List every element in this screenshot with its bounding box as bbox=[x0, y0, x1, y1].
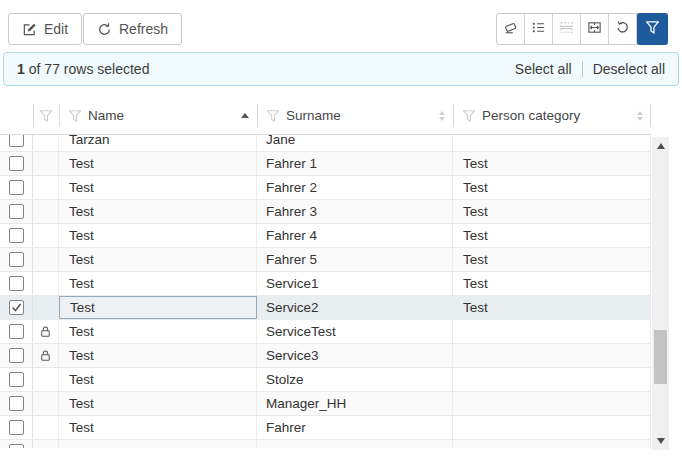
table-row[interactable]: Test ServiceTest bbox=[0, 320, 651, 344]
scroll-up-arrow-icon[interactable] bbox=[657, 143, 665, 149]
row-checkbox[interactable] bbox=[9, 276, 24, 291]
row-checkbox[interactable] bbox=[9, 204, 24, 219]
fit-rows-button[interactable] bbox=[553, 14, 581, 44]
row-checkbox[interactable] bbox=[9, 300, 24, 315]
people-table-page: Edit Refresh bbox=[0, 0, 682, 457]
table-row[interactable]: Test Manager_HH bbox=[0, 392, 651, 416]
header-row-filter-column[interactable] bbox=[33, 97, 59, 134]
row-checkbox[interactable] bbox=[9, 372, 24, 387]
cell-surname[interactable]: Service3 bbox=[257, 344, 453, 367]
cell-person-category[interactable]: Test bbox=[453, 176, 651, 199]
table-row[interactable]: Test Service1 Test bbox=[0, 272, 651, 296]
list-button[interactable] bbox=[525, 14, 553, 44]
row-checkbox[interactable] bbox=[9, 444, 24, 448]
cell-name[interactable]: Tarzan bbox=[59, 135, 257, 151]
cell-surname[interactable]: Fahrer 2 bbox=[257, 176, 453, 199]
cell-person-category[interactable]: Test bbox=[453, 152, 651, 175]
filter-button[interactable] bbox=[637, 13, 668, 45]
cell-name[interactable]: Test bbox=[59, 416, 257, 439]
cell-person-category[interactable]: Test bbox=[453, 296, 651, 319]
sort-toggle-icon[interactable] bbox=[637, 111, 643, 121]
cell-surname[interactable]: Fahrer 4 bbox=[257, 224, 453, 247]
cell-surname[interactable] bbox=[257, 440, 453, 448]
table-row[interactable] bbox=[0, 440, 651, 448]
table-row[interactable]: Test Fahrer 3 Test bbox=[0, 200, 651, 224]
cell-name[interactable]: Test bbox=[59, 320, 257, 343]
table-row[interactable]: Test Service3 bbox=[0, 344, 651, 368]
cell-surname[interactable]: Stolze bbox=[257, 368, 453, 391]
row-checkbox[interactable] bbox=[9, 156, 24, 171]
cell-name[interactable]: Test bbox=[59, 272, 257, 295]
refresh-button-label: Refresh bbox=[119, 21, 168, 37]
name-filter-icon[interactable] bbox=[68, 109, 82, 123]
deselect-all-button[interactable]: Deselect all bbox=[593, 61, 665, 77]
table-row[interactable]: Test Fahrer 2 Test bbox=[0, 176, 651, 200]
cell-surname[interactable]: ServiceTest bbox=[257, 320, 453, 343]
cell-name[interactable]: Test bbox=[59, 296, 257, 319]
cell-name[interactable]: Test bbox=[59, 152, 257, 175]
table-body: Tarzan Jane Test Fahrer 1 Test bbox=[0, 135, 651, 448]
filter-icon bbox=[645, 20, 660, 38]
table-row[interactable]: Tarzan Jane bbox=[0, 135, 651, 152]
cell-surname[interactable]: Fahrer 1 bbox=[257, 152, 453, 175]
cell-person-category[interactable] bbox=[453, 416, 651, 439]
refresh-icon bbox=[97, 22, 112, 37]
header-person-category-column[interactable]: Person category bbox=[453, 97, 651, 134]
scroll-down-arrow-icon[interactable] bbox=[657, 438, 665, 444]
table-row[interactable]: Test Fahrer 5 Test bbox=[0, 248, 651, 272]
cell-name[interactable]: Test bbox=[59, 248, 257, 271]
surname-filter-icon[interactable] bbox=[266, 109, 280, 123]
row-checkbox[interactable] bbox=[9, 228, 24, 243]
cell-name[interactable]: Test bbox=[59, 176, 257, 199]
sort-ascending-icon[interactable] bbox=[241, 113, 249, 118]
edit-button[interactable]: Edit bbox=[8, 13, 82, 45]
cell-surname[interactable]: Jane bbox=[257, 135, 453, 151]
cell-person-category[interactable]: Test bbox=[453, 224, 651, 247]
table-row[interactable]: Test Fahrer 1 Test bbox=[0, 152, 651, 176]
cell-name[interactable]: Test bbox=[59, 392, 257, 415]
cell-name[interactable]: Test bbox=[59, 368, 257, 391]
person-category-filter-icon[interactable] bbox=[462, 109, 476, 123]
header-surname-column[interactable]: Surname bbox=[257, 97, 453, 134]
vertical-scrollbar[interactable] bbox=[652, 137, 669, 450]
cell-surname[interactable]: Manager_HH bbox=[257, 392, 453, 415]
cell-name[interactable]: Test bbox=[59, 344, 257, 367]
cell-person-category[interactable]: Test bbox=[453, 200, 651, 223]
table-row[interactable]: Test Fahrer 4 Test bbox=[0, 224, 651, 248]
table-row[interactable]: Test Stolze bbox=[0, 368, 651, 392]
row-checkbox[interactable] bbox=[9, 396, 24, 411]
cell-person-category[interactable] bbox=[453, 392, 651, 415]
cell-name[interactable]: Test bbox=[59, 200, 257, 223]
cell-surname[interactable]: Fahrer 3 bbox=[257, 200, 453, 223]
refresh-button[interactable]: Refresh bbox=[83, 13, 182, 45]
cell-person-category[interactable]: Test bbox=[453, 272, 651, 295]
cell-person-category[interactable] bbox=[453, 440, 651, 448]
cell-surname[interactable]: Fahrer 5 bbox=[257, 248, 453, 271]
cell-person-category[interactable] bbox=[453, 344, 651, 367]
cell-name[interactable]: Test bbox=[59, 224, 257, 247]
table-row[interactable]: Test Service2 Test bbox=[0, 296, 651, 320]
row-checkbox[interactable] bbox=[9, 135, 24, 147]
eraser-button[interactable] bbox=[497, 14, 525, 44]
cell-person-category[interactable] bbox=[453, 135, 651, 151]
cell-name[interactable] bbox=[59, 440, 257, 448]
cell-surname[interactable]: Fahrer bbox=[257, 416, 453, 439]
header-name-column[interactable]: Name bbox=[59, 97, 257, 134]
row-checkbox[interactable] bbox=[9, 420, 24, 435]
cell-person-category[interactable]: Test bbox=[453, 248, 651, 271]
undo-button[interactable] bbox=[609, 14, 637, 44]
cell-person-category[interactable] bbox=[453, 320, 651, 343]
name-column-label: Name bbox=[88, 108, 241, 123]
row-checkbox[interactable] bbox=[9, 324, 24, 339]
cell-surname[interactable]: Service2 bbox=[257, 296, 453, 319]
row-checkbox[interactable] bbox=[9, 180, 24, 195]
fit-columns-button[interactable] bbox=[581, 14, 609, 44]
scrollbar-thumb[interactable] bbox=[654, 330, 667, 384]
select-all-button[interactable]: Select all bbox=[515, 61, 572, 77]
row-checkbox[interactable] bbox=[9, 252, 24, 267]
sort-toggle-icon[interactable] bbox=[439, 111, 445, 121]
row-checkbox[interactable] bbox=[9, 348, 24, 363]
cell-surname[interactable]: Service1 bbox=[257, 272, 453, 295]
table-row[interactable]: Test Fahrer bbox=[0, 416, 651, 440]
cell-person-category[interactable] bbox=[453, 368, 651, 391]
